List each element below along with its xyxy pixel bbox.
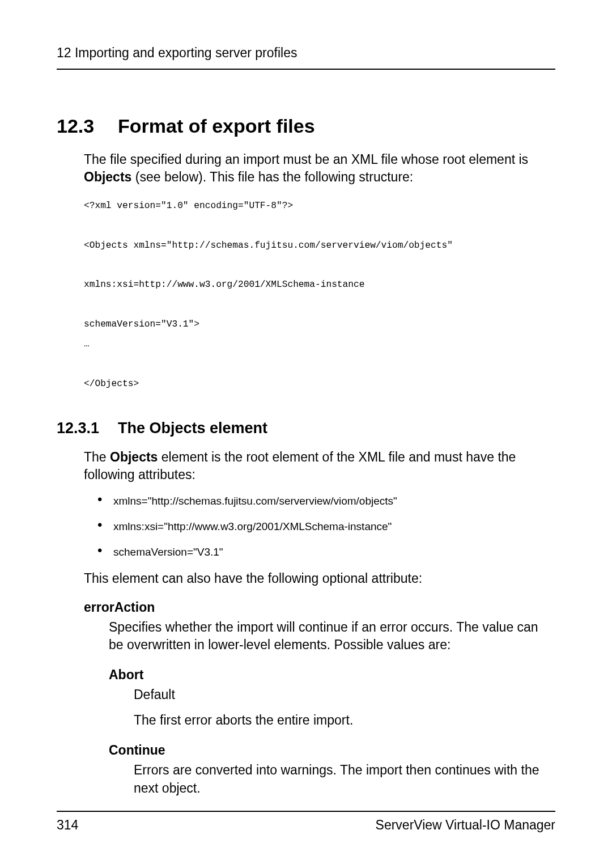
page: 12 Importing and exporting server profil…	[0, 0, 612, 868]
running-header: 12 Importing and exporting server profil…	[57, 45, 555, 70]
subsection-title: The Objects element	[118, 420, 267, 437]
section-intro: The file specified during an import must…	[84, 151, 555, 186]
product-name: ServerView Virtual-IO Manager	[376, 818, 555, 833]
intro-bold: Objects	[84, 170, 131, 184]
optional-attr-intro: This element can also have the following…	[84, 570, 555, 587]
list-item: xmlns:xsi="http://www.w3.org/2001/XMLSch…	[97, 519, 555, 535]
sub-intro-bold: Objects	[110, 450, 158, 464]
page-footer: 314 ServerView Virtual-IO Manager	[57, 811, 555, 833]
section-title: Format of export files	[118, 115, 315, 137]
intro-post: (see below). This file has the following…	[131, 170, 413, 184]
section-body: The file specified during an import must…	[84, 151, 555, 393]
erroraction-desc: Specifies whether the import will contin…	[109, 619, 555, 654]
attribute-list: xmlns="http://schemas.fujitsu.com/server…	[84, 494, 555, 560]
list-item: schemaVersion="V3.1"	[97, 545, 555, 560]
subsection-number: 12.3.1	[57, 420, 118, 437]
continue-term: Continue	[109, 743, 555, 758]
abort-default: Default	[134, 686, 555, 704]
subsection-intro: The Objects element is the root element …	[84, 448, 555, 484]
subsection-heading: 12.3.1 The Objects element	[57, 420, 555, 437]
code-block: <?xml version="1.0" encoding="UTF-8"?> <…	[84, 196, 555, 393]
erroraction-term: errorAction	[84, 600, 555, 615]
sub-intro-pre: The	[84, 450, 110, 464]
continue-desc: Errors are converted into warnings. The …	[134, 761, 555, 797]
list-item: xmlns="http://schemas.fujitsu.com/server…	[97, 494, 555, 509]
subsection-body: The Objects element is the root element …	[84, 448, 555, 797]
intro-pre: The file specified during an import must…	[84, 152, 528, 167]
page-number: 314	[57, 818, 78, 833]
section-number: 12.3	[57, 115, 118, 137]
abort-term: Abort	[109, 667, 555, 683]
abort-desc: The first error aborts the entire import…	[134, 712, 555, 729]
section-heading: 12.3 Format of export files	[57, 115, 555, 137]
